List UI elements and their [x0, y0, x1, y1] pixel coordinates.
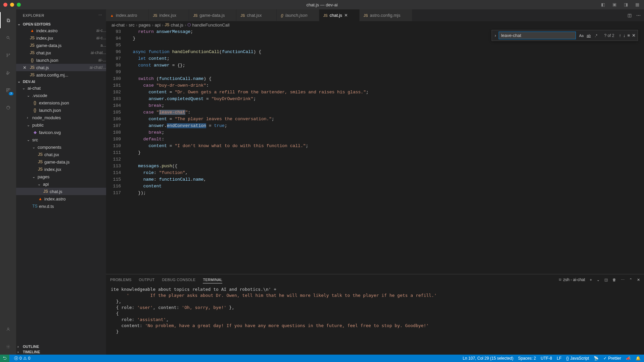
- output-tab[interactable]: OUTPUT: [139, 276, 155, 283]
- toggle-primary-sidebar-icon[interactable]: ◧: [601, 2, 606, 7]
- folder-vscode[interactable]: ⌄.vscode: [16, 92, 106, 99]
- open-editors-header[interactable]: ⌄ OPEN EDITORS: [16, 21, 106, 27]
- search-activity[interactable]: [0, 30, 16, 46]
- terminal-content[interactable]: ite knowledgeable about topics related t…: [106, 285, 644, 355]
- eol[interactable]: LF: [557, 356, 561, 361]
- editor-tab[interactable]: JSindex.jsx✕: [149, 9, 189, 21]
- feedback-icon[interactable]: 📣: [626, 356, 631, 361]
- cursor-position[interactable]: Ln 107, Col 29 (15 selected): [463, 356, 513, 361]
- new-terminal-icon[interactable]: +: [590, 278, 592, 282]
- maximize-panel-icon[interactable]: ⌃: [629, 278, 632, 282]
- kill-terminal-icon[interactable]: 🗑: [612, 278, 616, 282]
- folder-api[interactable]: ⌄api: [16, 180, 106, 188]
- editor-tab[interactable]: JSchat.jsx✕: [236, 9, 277, 21]
- find-selection-icon[interactable]: ≡: [627, 33, 630, 38]
- debug-activity[interactable]: [0, 64, 16, 81]
- folder-public[interactable]: ⌄public: [16, 121, 106, 129]
- file-index-astro[interactable]: ▲index.astro: [16, 195, 106, 202]
- open-editor-item[interactable]: ✕JSchat.jsai-chat/...: [16, 64, 106, 71]
- file-game-data-js[interactable]: JSgame-data.js: [16, 158, 106, 166]
- file-favicon[interactable]: ◆favicon.svg: [16, 129, 106, 136]
- timeline-header[interactable]: › TIMELINE: [16, 349, 106, 355]
- editor-tab[interactable]: JSchat.js✕: [319, 9, 360, 21]
- folder-ai-chat[interactable]: ⌄ai-chat: [16, 84, 106, 92]
- edge-activity[interactable]: [0, 99, 16, 116]
- crumb[interactable]: src: [129, 22, 134, 28]
- file-chat-js[interactable]: JSchat.js: [16, 188, 106, 195]
- more-actions-icon[interactable]: ⋯: [636, 13, 641, 18]
- chevron-down-icon: ⌄: [17, 22, 21, 26]
- notifications-icon[interactable]: 🔔: [636, 356, 641, 361]
- file-launch-json[interactable]: {}launch.json: [16, 106, 106, 114]
- file-chat-jsx[interactable]: JSchat.jsx: [16, 151, 106, 158]
- open-editor-item[interactable]: ✕JSgame-data.jsa...: [16, 42, 106, 49]
- crumb[interactable]: pages: [139, 22, 150, 28]
- prettier-status[interactable]: ✓ Prettier: [603, 356, 621, 361]
- regex-icon[interactable]: .*: [593, 32, 599, 39]
- crumb[interactable]: api: [155, 22, 160, 28]
- folder-src[interactable]: ⌄src: [16, 136, 106, 143]
- match-word-icon[interactable]: ab: [585, 32, 592, 39]
- crumb[interactable]: handleFunctionCall: [192, 22, 229, 28]
- code-content[interactable]: return answerMessage; } async function h…: [128, 29, 644, 274]
- find-next-icon[interactable]: ↓: [623, 33, 626, 38]
- remote-indicator[interactable]: ⮌: [0, 355, 9, 362]
- problems-tab[interactable]: PROBLEMS: [110, 276, 132, 283]
- split-terminal-icon[interactable]: ◫: [604, 278, 608, 282]
- svg-rect-9: [6, 90, 8, 92]
- folder-pages[interactable]: ⌄pages: [16, 173, 106, 180]
- open-editor-item[interactable]: ✕{}launch.jsonai-...: [16, 56, 106, 64]
- panel-more-icon[interactable]: ⋯: [621, 278, 625, 282]
- encoding[interactable]: UTF-8: [541, 356, 552, 361]
- open-editor-item[interactable]: ✕▲index.astroai-c...: [16, 27, 106, 34]
- find-prev-icon[interactable]: ↑: [619, 33, 621, 38]
- go-live-icon[interactable]: 📡: [594, 356, 599, 361]
- close-panel-icon[interactable]: ✕: [637, 278, 640, 282]
- find-close-icon[interactable]: ✕: [632, 33, 636, 38]
- open-editor-item[interactable]: ✕JSindex.jsxai-c...: [16, 34, 106, 42]
- editor-tab[interactable]: JSgame-data.js✕: [189, 9, 236, 21]
- project-header[interactable]: ⌄ DEV-AI: [16, 79, 106, 84]
- explorer-more-icon[interactable]: ⋯: [98, 13, 102, 17]
- minimize-window-button[interactable]: [10, 3, 14, 7]
- find-toggle-replace-icon[interactable]: ›: [492, 33, 499, 38]
- language-mode[interactable]: {} JavaScript: [566, 356, 589, 361]
- status-errors[interactable]: ⓧ0 ⚠0: [14, 356, 30, 361]
- open-editor-item[interactable]: ✕JSchat.jsxai-chat...: [16, 49, 106, 56]
- file-index-jsx[interactable]: JSindex.jsx: [16, 166, 106, 173]
- crumb[interactable]: chat.js: [171, 22, 184, 28]
- open-editor-item[interactable]: ✕JSastro.config.mj...: [16, 71, 106, 79]
- code-editor[interactable]: › Aa ab .* ? of 2 ↑ ↓ ≡ ✕ 93949596979899…: [106, 29, 644, 274]
- explorer-activity[interactable]: [0, 12, 16, 28]
- folder-components[interactable]: ⌄components: [16, 143, 106, 151]
- close-tab-icon[interactable]: ✕: [344, 13, 350, 18]
- settings-activity[interactable]: [0, 338, 16, 355]
- outline-header[interactable]: › OUTLINE: [16, 344, 106, 349]
- extensions-activity[interactable]: 7: [0, 82, 16, 98]
- crumb[interactable]: ai-chat: [111, 22, 125, 28]
- indentation[interactable]: Spaces: 2: [518, 356, 536, 361]
- maximize-window-button[interactable]: [17, 3, 21, 7]
- match-case-icon[interactable]: Aa: [578, 32, 585, 39]
- editor-area: ▲index.astro✕JSindex.jsx✕JSgame-data.js✕…: [106, 9, 644, 355]
- debug-console-tab[interactable]: DEBUG CONSOLE: [162, 276, 196, 283]
- terminal-dropdown-icon[interactable]: ⌄: [597, 278, 600, 282]
- toggle-secondary-sidebar-icon[interactable]: ◨: [624, 2, 629, 7]
- accounts-activity[interactable]: [0, 321, 16, 337]
- editor-tab[interactable]: ▲index.astro✕: [106, 9, 149, 21]
- customize-layout-icon[interactable]: ▦: [635, 2, 641, 7]
- breadcrumbs[interactable]: ai-chat› src› pages› api› JS chat.js› ⬡ …: [106, 21, 644, 29]
- split-editor-icon[interactable]: ◫: [628, 13, 632, 18]
- folder-node-modules[interactable]: ›node_modules: [16, 114, 106, 121]
- close-window-button[interactable]: [3, 3, 7, 7]
- terminal-profile[interactable]: ⌑ zsh - ai-chat: [559, 277, 585, 282]
- editor-tab[interactable]: {}launch.json✕: [277, 9, 319, 21]
- file-env-dts[interactable]: TSenv.d.ts: [16, 202, 106, 210]
- file-extensions-json[interactable]: {}extensions.json: [16, 99, 106, 106]
- terminal-tab[interactable]: TERMINAL: [203, 276, 222, 283]
- toggle-panel-icon[interactable]: ▣: [612, 2, 618, 7]
- editor-tab[interactable]: JSastro.config.mjs✕: [360, 9, 412, 21]
- source-control-activity[interactable]: [0, 47, 16, 63]
- find-input[interactable]: [499, 32, 576, 39]
- close-icon[interactable]: ✕: [23, 65, 28, 70]
